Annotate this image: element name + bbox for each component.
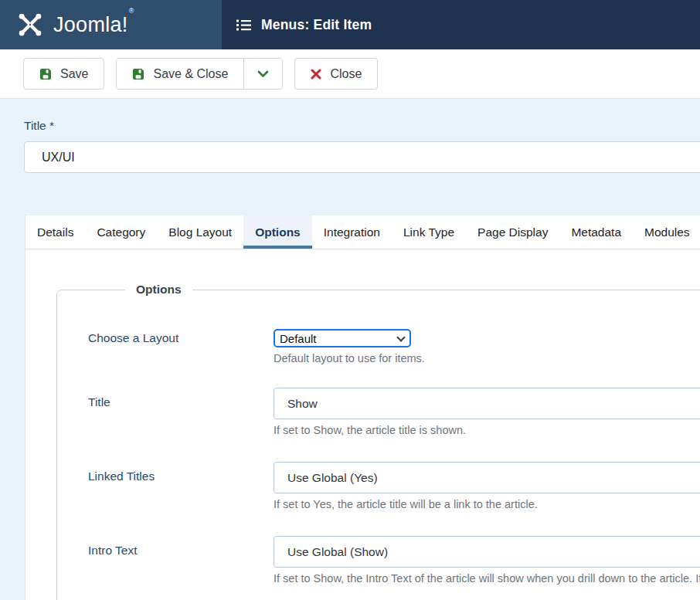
content-area: Title * Details Category Blog Layout Opt… <box>0 99 700 599</box>
tab-options[interactable]: Options <box>243 215 312 249</box>
choose-layout-helper: Default layout to use for items. <box>274 352 700 364</box>
linked-titles-helper: If set to Yes, the article title will be… <box>274 498 700 510</box>
page-title: Menus: Edit Item <box>261 17 372 33</box>
linked-titles-label: Linked Titles <box>88 462 274 510</box>
save-icon <box>132 68 144 80</box>
toolbar: Save Save & Close <box>0 49 700 99</box>
intro-text-helper: If set to Show, the Intro Text of the ar… <box>274 572 700 585</box>
save-button-label: Save <box>60 67 88 81</box>
field-row-title: Title Show If set to Show, the article t… <box>88 388 700 436</box>
tab-label: Modules <box>644 225 690 239</box>
choose-layout-label: Choose a Layout <box>88 329 274 364</box>
joomla-brand-link[interactable]: Joomla!® <box>0 0 222 49</box>
tab-label: Integration <box>324 225 380 239</box>
layout-select[interactable]: Default <box>274 329 411 347</box>
intro-text-select[interactable]: Use Global (Show) <box>274 536 700 568</box>
save-options-dropdown-toggle[interactable] <box>243 59 282 89</box>
tab-label: Details <box>37 225 73 239</box>
app-header: Joomla!® Menus: Edit Item <box>0 0 700 49</box>
tab-integration[interactable]: Integration <box>312 215 392 249</box>
joomla-logo-icon <box>16 11 44 39</box>
tab-details[interactable]: Details <box>25 215 85 249</box>
close-button-label: Close <box>330 67 362 81</box>
form-card: Details Category Blog Layout Options Int… <box>25 215 700 600</box>
intro-text-label: Intro Text <box>88 536 274 585</box>
title-option-select[interactable]: Show <box>274 388 700 419</box>
page-title-bar: Menus: Edit Item <box>222 0 700 49</box>
tab-modules[interactable]: Modules <box>633 215 700 249</box>
save-close-button-label: Save & Close <box>153 67 228 81</box>
options-legend: Options <box>125 283 192 297</box>
chevron-down-icon <box>257 70 269 78</box>
field-row-intro-text: Intro Text Use Global (Show) If set to S… <box>88 536 700 585</box>
tab-label: Category <box>97 225 145 239</box>
tab-label: Metadata <box>571 225 621 239</box>
list-icon <box>236 19 251 31</box>
tab-metadata[interactable]: Metadata <box>559 215 633 249</box>
tab-label: Blog Layout <box>168 225 232 239</box>
tab-category[interactable]: Category <box>85 215 157 249</box>
brand-wordmark: Joomla!® <box>53 15 134 36</box>
close-button[interactable]: Close <box>294 58 378 90</box>
tab-label: Options <box>255 225 301 239</box>
trademark-symbol: ® <box>129 7 134 15</box>
save-close-button[interactable]: Save & Close <box>117 59 243 89</box>
tab-label: Link Type <box>403 225 454 239</box>
field-row-linked-titles: Linked Titles Use Global (Yes) If set to… <box>88 462 700 510</box>
options-fieldset: Options Choose a Layout Default Default … <box>56 283 700 600</box>
save-close-split-button: Save & Close <box>116 58 283 90</box>
tab-label: Page Display <box>477 225 548 239</box>
title-input[interactable] <box>24 141 700 173</box>
tab-blog-layout[interactable]: Blog Layout <box>157 215 243 249</box>
field-row-choose-layout: Choose a Layout Default Default layout t… <box>88 329 700 364</box>
save-icon <box>39 68 52 80</box>
save-button[interactable]: Save <box>23 58 104 90</box>
close-x-icon <box>311 69 321 80</box>
title-field-label: Title * <box>24 119 54 133</box>
title-option-label: Title <box>88 388 274 436</box>
tab-page-display[interactable]: Page Display <box>466 215 559 249</box>
tab-strip: Details Category Blog Layout Options Int… <box>25 215 700 249</box>
tab-link-type[interactable]: Link Type <box>392 215 466 249</box>
title-option-helper: If set to Show, the article title is sho… <box>274 424 700 436</box>
linked-titles-select[interactable]: Use Global (Yes) <box>274 462 700 493</box>
